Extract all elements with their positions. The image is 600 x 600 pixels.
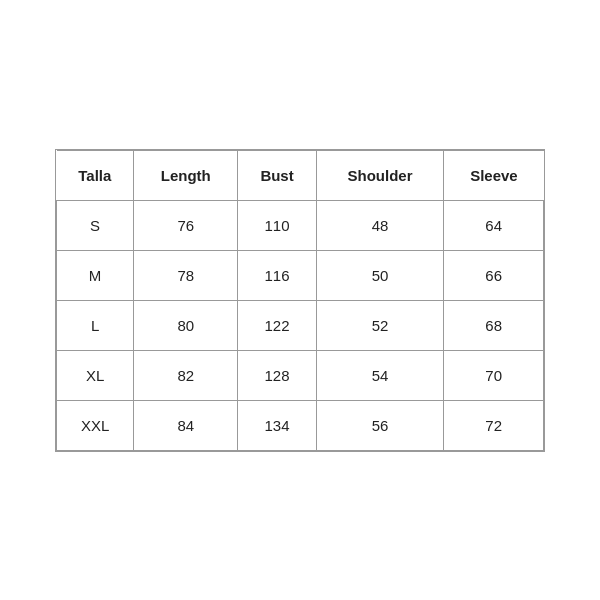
cell-r2-c3: 52 — [316, 300, 444, 350]
col-header-sleeve: Sleeve — [444, 150, 544, 200]
cell-r0-c1: 76 — [134, 200, 238, 250]
cell-r1-c0: M — [57, 250, 134, 300]
col-header-bust: Bust — [238, 150, 316, 200]
cell-r0-c2: 110 — [238, 200, 316, 250]
cell-r4-c3: 56 — [316, 400, 444, 450]
cell-r2-c0: L — [57, 300, 134, 350]
cell-r3-c1: 82 — [134, 350, 238, 400]
cell-r4-c4: 72 — [444, 400, 544, 450]
cell-r1-c1: 78 — [134, 250, 238, 300]
table-row: M781165066 — [57, 250, 544, 300]
cell-r1-c4: 66 — [444, 250, 544, 300]
table-row: XL821285470 — [57, 350, 544, 400]
cell-r0-c0: S — [57, 200, 134, 250]
table-row: S761104864 — [57, 200, 544, 250]
cell-r4-c1: 84 — [134, 400, 238, 450]
cell-r0-c4: 64 — [444, 200, 544, 250]
col-header-shoulder: Shoulder — [316, 150, 444, 200]
table-row: XXL841345672 — [57, 400, 544, 450]
size-chart-container: Talla Length Bust Shoulder Sleeve S76110… — [55, 149, 545, 452]
cell-r1-c3: 50 — [316, 250, 444, 300]
table-header-row: Talla Length Bust Shoulder Sleeve — [57, 150, 544, 200]
cell-r3-c0: XL — [57, 350, 134, 400]
col-header-talla: Talla — [57, 150, 134, 200]
cell-r3-c4: 70 — [444, 350, 544, 400]
col-header-length: Length — [134, 150, 238, 200]
cell-r0-c3: 48 — [316, 200, 444, 250]
cell-r1-c2: 116 — [238, 250, 316, 300]
cell-r2-c2: 122 — [238, 300, 316, 350]
table-row: L801225268 — [57, 300, 544, 350]
cell-r3-c3: 54 — [316, 350, 444, 400]
cell-r4-c2: 134 — [238, 400, 316, 450]
cell-r2-c1: 80 — [134, 300, 238, 350]
size-chart-table: Talla Length Bust Shoulder Sleeve S76110… — [56, 150, 544, 451]
cell-r4-c0: XXL — [57, 400, 134, 450]
cell-r3-c2: 128 — [238, 350, 316, 400]
cell-r2-c4: 68 — [444, 300, 544, 350]
